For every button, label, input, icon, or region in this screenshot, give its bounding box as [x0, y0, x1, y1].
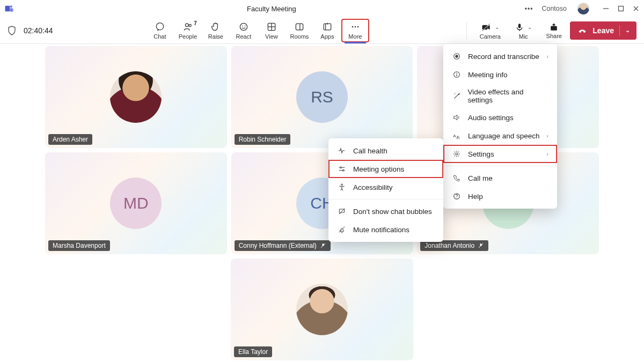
- chat-button[interactable]: Chat: [146, 19, 174, 42]
- minimize-button[interactable]: [602, 5, 610, 12]
- svg-point-8: [185, 23, 188, 26]
- svg-point-12: [245, 25, 246, 26]
- svg-point-50: [341, 184, 343, 186]
- chat-off-icon: [337, 206, 347, 216]
- raise-label: Raise: [208, 33, 223, 40]
- more-label: More: [348, 33, 362, 40]
- chevron-down-icon[interactable]: ⌄: [625, 27, 630, 34]
- people-icon: [182, 21, 193, 33]
- call-timer: 02:40:44: [24, 26, 53, 35]
- participant-tile[interactable]: Ella Taylor: [231, 258, 413, 360]
- participant-name: Robin Schneider: [235, 134, 291, 145]
- chat-icon: [155, 21, 165, 33]
- apps-icon: [322, 21, 333, 33]
- participant-name: Arden Asher: [48, 134, 92, 145]
- chevron-right-icon: ›: [546, 53, 548, 60]
- svg-rect-0: [5, 6, 10, 12]
- rooms-icon: [294, 21, 305, 33]
- rooms-button[interactable]: Rooms: [286, 19, 313, 42]
- chevron-down-icon[interactable]: ⌄: [495, 24, 499, 30]
- accessibility-item[interactable]: Accessibility: [328, 178, 443, 196]
- svg-rect-2: [10, 8, 13, 12]
- call-health-item[interactable]: Call health: [328, 142, 443, 160]
- video-effects-item[interactable]: Video effects and settings: [443, 84, 557, 108]
- info-icon: [452, 70, 462, 79]
- camera-control[interactable]: ⌄ Camera: [475, 21, 504, 40]
- pulse-icon: [337, 146, 347, 156]
- raise-hand-icon: [210, 21, 221, 33]
- mic-control[interactable]: ⌄ Mic: [509, 21, 538, 40]
- language-speech-item[interactable]: Aあ Language and speech ›: [443, 127, 557, 145]
- settings-submenu: Call health Meeting options Accessibilit…: [328, 138, 443, 242]
- view-button[interactable]: View: [258, 19, 286, 42]
- meeting-options-item[interactable]: Meeting options: [328, 160, 443, 178]
- participant-name: Jonathan Antonio: [420, 240, 488, 251]
- svg-point-45: [456, 198, 457, 198]
- svg-point-23: [357, 26, 359, 27]
- svg-point-21: [352, 26, 354, 27]
- mic-icon: [515, 22, 524, 33]
- svg-point-37: [456, 73, 457, 74]
- gear-icon: [452, 149, 462, 159]
- teams-app-icon: [4, 4, 14, 13]
- svg-text:A: A: [453, 134, 456, 138]
- record-transcribe-item[interactable]: Record and transcribe ›: [443, 47, 557, 65]
- people-count: 7: [194, 20, 197, 26]
- svg-text:あ: あ: [456, 135, 460, 139]
- call-me-item[interactable]: Call me: [443, 169, 557, 187]
- svg-point-35: [455, 55, 458, 57]
- participant-photo: [110, 71, 162, 123]
- toolbar-separator: [466, 22, 467, 39]
- svg-point-49: [342, 169, 344, 171]
- participant-tile[interactable]: RS Robin Schneider: [231, 46, 413, 148]
- view-label: View: [265, 33, 278, 40]
- leave-separator: [619, 25, 620, 36]
- more-menu: Record and transcribe › Meeting info Vid…: [443, 44, 557, 209]
- raise-hand-button[interactable]: Raise: [202, 19, 230, 42]
- svg-rect-27: [518, 24, 521, 28]
- camera-label: Camera: [480, 33, 501, 40]
- meeting-title: Faculty Meeting: [18, 5, 525, 13]
- language-icon: Aあ: [452, 131, 462, 141]
- more-button[interactable]: More: [341, 19, 369, 42]
- menu-separator: [328, 199, 443, 200]
- close-button[interactable]: [632, 5, 640, 12]
- react-icon: [238, 21, 249, 33]
- help-item[interactable]: Help: [443, 187, 557, 205]
- participant-initials: MD: [110, 178, 162, 229]
- svg-point-10: [240, 23, 247, 30]
- dont-show-bubbles-item[interactable]: Don't show chat bubbles: [328, 202, 443, 220]
- hangup-icon: [577, 26, 587, 35]
- more-options-icon[interactable]: •••: [525, 5, 533, 12]
- audio-settings-item[interactable]: Audio settings: [443, 108, 557, 127]
- participant-name: Ella Taylor: [234, 346, 272, 357]
- record-icon: [452, 51, 462, 61]
- svg-point-22: [355, 26, 356, 27]
- participant-tile[interactable]: MD Marsha Davenport: [45, 152, 227, 254]
- mic-label: Mic: [519, 33, 528, 40]
- settings-item[interactable]: Settings ›: [443, 145, 557, 163]
- participant-tile[interactable]: Arden Asher: [45, 46, 227, 148]
- react-button[interactable]: React: [230, 19, 258, 42]
- chevron-right-icon: ›: [546, 132, 548, 139]
- mute-notifications-item[interactable]: Mute notifications: [328, 220, 443, 239]
- participant-name: Marsha Davenport: [48, 240, 110, 251]
- view-icon: [266, 21, 277, 33]
- chevron-down-icon[interactable]: ⌄: [528, 24, 532, 30]
- share-button[interactable]: Share: [542, 22, 566, 39]
- apps-button[interactable]: Apps: [313, 19, 341, 42]
- accessibility-icon: [337, 182, 347, 192]
- chevron-right-icon: ›: [546, 151, 548, 157]
- meeting-info-item[interactable]: Meeting info: [443, 65, 557, 84]
- leave-button[interactable]: Leave ⌄: [570, 21, 636, 40]
- svg-point-11: [242, 25, 243, 26]
- more-icon: [350, 21, 361, 33]
- user-avatar[interactable]: [577, 3, 589, 14]
- people-label: People: [179, 33, 197, 40]
- maximize-button[interactable]: [617, 5, 625, 12]
- rooms-label: Rooms: [290, 33, 309, 40]
- shield-icon[interactable]: [8, 26, 16, 35]
- people-button[interactable]: 7 People: [174, 19, 202, 42]
- leave-label: Leave: [592, 26, 614, 35]
- svg-point-9: [189, 24, 191, 26]
